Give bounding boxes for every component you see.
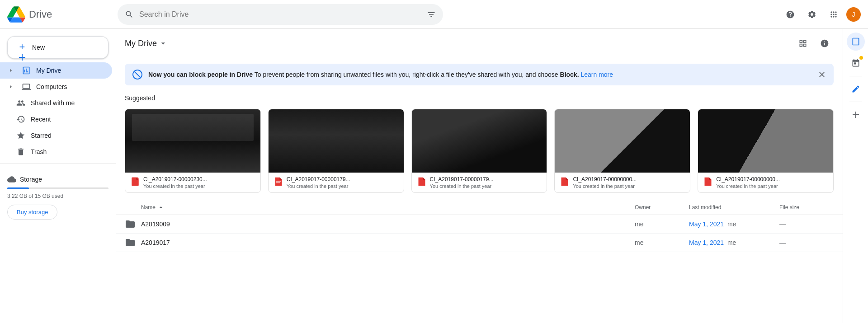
banner-learn-more-link[interactable]: Learn more <box>580 71 613 78</box>
starred-icon <box>16 131 25 140</box>
col-modified-header: Last modified <box>689 204 779 211</box>
card-file-icon-3 <box>560 177 569 186</box>
banner-normal-text: To prevent people from sharing unwanted … <box>255 71 560 78</box>
col-name-label: Name <box>141 204 156 211</box>
sidebar-item-computers[interactable]: Computers <box>0 79 112 95</box>
storage-section: Storage 3.22 GB of 15 GB used Buy storag… <box>0 168 116 223</box>
search-bar[interactable] <box>118 4 443 25</box>
card-desc-0: You created in the past year <box>143 183 255 189</box>
svg-rect-9 <box>276 181 281 182</box>
right-panel-edit-btn[interactable] <box>847 80 865 98</box>
card-name-0: CI_A2019017-00000230... <box>143 176 255 183</box>
grid-view-button[interactable] <box>794 34 812 52</box>
my-drive-title: My Drive <box>125 39 157 48</box>
file-row-modified-0: May 1, 2021 me <box>689 220 779 228</box>
card-info-2: CI_A2019017-00000179... You created in t… <box>412 173 547 192</box>
storage-bar-fill <box>7 187 29 189</box>
card-details-4: CI_A2019017-00000000... You created in t… <box>716 176 828 189</box>
sidebar-item-starred-label: Starred <box>31 132 52 139</box>
svg-marker-14 <box>566 178 568 180</box>
card-name-2: CI_A2019017-00000179... <box>430 176 542 183</box>
right-panel-add-btn[interactable] <box>847 106 865 124</box>
content-header-right <box>794 34 834 52</box>
card-info-3: CI_A2019017-00000000... You created in t… <box>555 173 690 192</box>
suggested-section-title: Suggested <box>116 91 843 105</box>
expand-arrow-computers-icon <box>7 83 14 90</box>
info-button[interactable] <box>816 34 834 52</box>
user-avatar[interactable]: J <box>846 7 861 22</box>
header: Drive J <box>0 0 868 29</box>
file-row-1[interactable]: A2019017 me May 1, 2021 me — <box>116 234 843 252</box>
sidebar-item-my-drive-label: My Drive <box>36 67 61 74</box>
sidebar-item-shared[interactable]: Shared with me <box>0 95 112 111</box>
svg-marker-16 <box>709 178 712 180</box>
my-drive-icon <box>22 66 31 75</box>
card-desc-2: You created in the past year <box>430 183 542 189</box>
card-desc-3: You created in the past year <box>573 183 684 189</box>
sidebar-item-trash[interactable]: Trash <box>0 144 112 160</box>
suggested-card-3[interactable]: CI_A2019017-00000000... You created in t… <box>554 109 690 193</box>
card-name-1: CI_A2019017-00000179... <box>287 176 398 183</box>
file-row-0[interactable]: A2019009 me May 1, 2021 me — <box>116 215 843 234</box>
suggested-card-0[interactable]: CI_A2019017-00000230... You created in t… <box>125 109 261 193</box>
suggested-card-4[interactable]: CI_A2019017-00000000... You created in t… <box>698 109 834 193</box>
file-row-name-1: A2019017 <box>141 239 635 246</box>
right-panel-calendar-btn[interactable] <box>847 54 865 72</box>
main-content: My Drive Now you can block people in Dri… <box>116 29 843 323</box>
card-file-icon-2 <box>417 177 426 186</box>
card-details-1: CI_A2019017-00000179... You created in t… <box>287 176 398 189</box>
shared-icon <box>16 98 25 108</box>
card-name-3: CI_A2019017-00000000... <box>573 176 684 183</box>
suggested-card-2[interactable]: CI_A2019017-00000179... You created in t… <box>411 109 547 193</box>
card-info-1: CI_A2019017-00000179... You created in t… <box>269 173 404 192</box>
sidebar-item-computers-label: Computers <box>36 83 67 90</box>
sidebar: New My Drive Computers <box>0 29 116 323</box>
file-row-owner-1: me <box>635 239 689 246</box>
right-panel-divider2 <box>849 102 862 102</box>
suggested-card-1[interactable]: CI_A2019017-00000179... You created in t… <box>268 109 404 193</box>
card-details-2: CI_A2019017-00000179... You created in t… <box>430 176 542 189</box>
apps-button[interactable] <box>825 5 843 23</box>
storage-label: Storage <box>20 176 42 183</box>
help-button[interactable] <box>781 5 799 23</box>
new-button[interactable]: New <box>7 36 108 59</box>
buy-storage-button[interactable]: Buy storage <box>7 205 57 220</box>
banner-close-button[interactable] <box>817 70 826 79</box>
col-name-header[interactable]: Name <box>125 204 635 211</box>
folder-icon-0 <box>125 219 136 229</box>
svg-rect-10 <box>276 183 280 183</box>
card-thumbnail-0 <box>125 109 260 173</box>
logo-text: Drive <box>29 9 52 20</box>
search-filter-icon[interactable] <box>427 10 436 19</box>
banner-bold2-text: Block. <box>560 71 579 78</box>
drive-title: My Drive <box>125 39 168 48</box>
card-file-icon-0 <box>131 177 140 186</box>
card-details-0: CI_A2019017-00000230... You created in t… <box>143 176 255 189</box>
colored-plus-icon <box>17 52 28 63</box>
svg-line-1 <box>134 71 141 78</box>
card-name-4: CI_A2019017-00000000... <box>716 176 828 183</box>
right-panel-divider <box>849 76 862 76</box>
right-panel <box>843 29 868 323</box>
card-info-0: CI_A2019017-00000230... You created in t… <box>125 173 260 192</box>
card-desc-1: You created in the past year <box>287 183 398 189</box>
file-list-header: Name Owner Last modified File size <box>116 200 843 215</box>
file-row-modified-1: May 1, 2021 me <box>689 239 779 246</box>
sidebar-item-recent[interactable]: Recent <box>0 111 112 127</box>
card-thumbnail-2 <box>412 109 547 173</box>
sidebar-item-shared-label: Shared with me <box>31 99 75 107</box>
settings-button[interactable] <box>803 5 821 23</box>
card-thumbnail-1 <box>269 109 404 173</box>
right-panel-drive-btn[interactable] <box>847 33 865 51</box>
sidebar-item-starred[interactable]: Starred <box>0 127 112 144</box>
file-row-name-0: A2019009 <box>141 220 635 228</box>
sidebar-item-my-drive[interactable]: My Drive <box>0 62 112 79</box>
sidebar-item-recent-label: Recent <box>31 116 51 123</box>
trash-icon <box>16 147 25 156</box>
content-header: My Drive <box>116 29 843 58</box>
recent-icon <box>16 115 25 124</box>
main-layout: New My Drive Computers <box>0 29 868 323</box>
folder-icon-1 <box>125 237 136 248</box>
search-input[interactable] <box>139 10 421 19</box>
title-dropdown-icon[interactable] <box>159 39 168 48</box>
